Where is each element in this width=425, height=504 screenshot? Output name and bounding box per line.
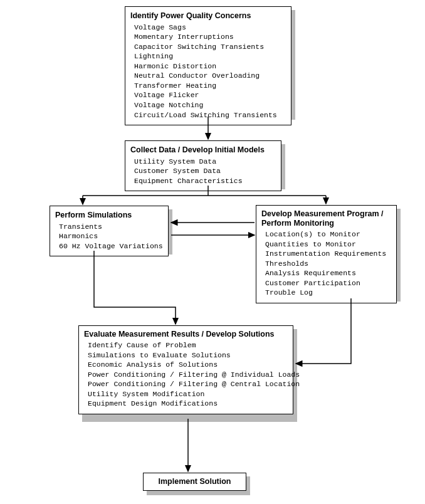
box-title: Evaluate Measurement Results / Develop S… bbox=[84, 330, 288, 339]
box-item: Quantities to Monitor bbox=[261, 239, 391, 249]
box-item: Momentary Interruptions bbox=[130, 32, 286, 42]
box-item: Equipment Design Modifications bbox=[84, 399, 288, 409]
box-monitor: Develop Measurement Program / Perform Mo… bbox=[256, 205, 397, 303]
box-title: Perform Simulations bbox=[55, 210, 163, 221]
box-simulate: Perform Simulations Transients Harmonics… bbox=[50, 206, 169, 256]
box-item: Location(s) to Monitor bbox=[261, 229, 391, 239]
box-item: Utility System Modification bbox=[84, 389, 288, 399]
box-title: Develop Measurement Program / Perform Mo… bbox=[261, 209, 391, 228]
box-item: Economic Analysis of Solutions bbox=[84, 360, 288, 370]
box-collect: Collect Data / Develop Initial Models Ut… bbox=[125, 140, 281, 191]
box-item: Trouble Log bbox=[261, 288, 391, 298]
box-item: Transformer Heating bbox=[130, 81, 286, 91]
box-item: Instrumentation Requirements bbox=[261, 249, 391, 259]
box-evaluate: Evaluate Measurement Results / Develop S… bbox=[78, 325, 293, 414]
box-item: Harmonics bbox=[55, 231, 163, 241]
box-item: Power Conditioning / Filtering @ Central… bbox=[84, 379, 288, 389]
box-title: Collect Data / Develop Initial Models bbox=[130, 145, 276, 155]
box-item: Voltage Flicker bbox=[130, 90, 286, 100]
box-item: Thresholds bbox=[261, 259, 391, 269]
box-item: Neutral Conductor Overloading bbox=[130, 71, 286, 81]
box-implement: Implement Solution bbox=[143, 473, 246, 491]
box-item: 60 Hz Voltage Variations bbox=[55, 241, 163, 251]
box-item: Lightning bbox=[130, 51, 286, 61]
box-item: Identify Cause of Problem bbox=[84, 340, 288, 350]
box-item: Capacitor Switching Transients bbox=[130, 42, 286, 52]
box-title: Implement Solution bbox=[149, 476, 241, 487]
box-item: Transients bbox=[55, 222, 163, 232]
box-item: Equipment Characteristics bbox=[130, 176, 276, 186]
box-identify: Identify Power Quality Concerns Voltage … bbox=[125, 6, 291, 125]
box-item: Simulations to Evaluate Solutions bbox=[84, 350, 288, 360]
box-item: Power Conditioning / Filtering @ Individ… bbox=[84, 370, 288, 380]
box-item: Customer Participation bbox=[261, 278, 391, 288]
box-item: Voltage Sags bbox=[130, 23, 286, 33]
box-item: Customer System Data bbox=[130, 166, 276, 176]
box-item: Circuit/Load Switching Transients bbox=[130, 110, 286, 120]
box-item: Utility System Data bbox=[130, 157, 276, 167]
flowchart-canvas: Identify Power Quality Concerns Voltage … bbox=[0, 0, 425, 504]
box-item: Harmonic Distortion bbox=[130, 61, 286, 71]
box-item: Voltage Notching bbox=[130, 100, 286, 110]
box-item: Analysis Requirements bbox=[261, 268, 391, 278]
box-title: Identify Power Quality Concerns bbox=[130, 11, 286, 21]
